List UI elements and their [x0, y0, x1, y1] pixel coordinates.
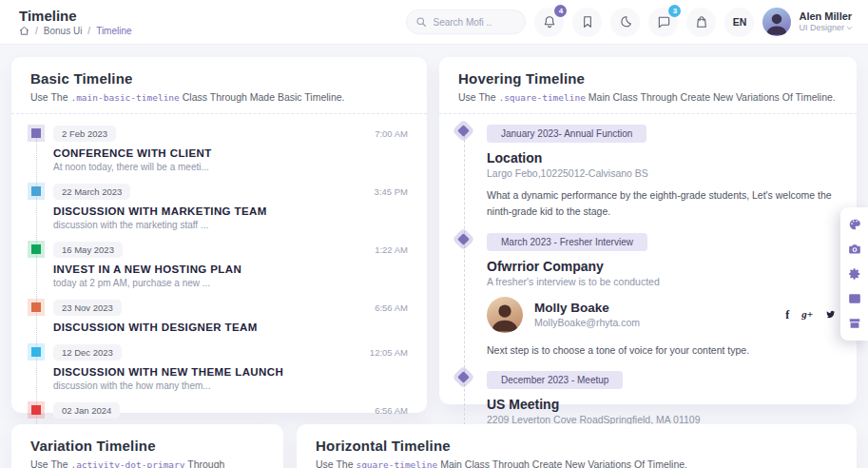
event-time: 7:00 AM: [375, 128, 408, 139]
archive-icon[interactable]: [848, 317, 861, 330]
messages-button[interactable]: 3: [648, 8, 678, 37]
event-title: Ofwrrior Company: [487, 259, 838, 274]
code-snippet: square-timeline: [356, 459, 437, 468]
timeline-item: 2 Feb 20237:00 AM CONFERENCE WITH CLIENT…: [27, 126, 408, 172]
search-input[interactable]: [433, 17, 514, 28]
diamond-marker: [457, 372, 470, 384]
event-description: discussion with the marketing staff ...: [53, 220, 408, 230]
event-title: INVEST IN A NEW HOSTING PLAN: [53, 263, 408, 275]
card-subtitle: Use The .main-basic-timeline Class Throu…: [30, 91, 408, 103]
card-title: Variation Timeline: [30, 438, 264, 454]
person-avatar: [487, 297, 523, 333]
event-note: Next step is to choose a tone of voice f…: [487, 342, 838, 359]
bookmarks-button[interactable]: [572, 8, 602, 37]
widgets-icon[interactable]: [848, 292, 861, 305]
breadcrumb: / Bonus Ui / Timeline: [19, 26, 132, 36]
card-subtitle: Use The .activity-dot-primary Through Ro…: [30, 458, 264, 468]
card-subtitle: Use The .square-timeline Main Class Thro…: [458, 91, 838, 103]
event-title: US Meeting: [487, 397, 838, 412]
date-badge: 16 May 2023: [53, 242, 123, 258]
top-header: Timeline / Bonus Ui / Timeline 4 3: [0, 0, 868, 44]
event-time: 6:56 AM: [375, 302, 408, 313]
palette-icon[interactable]: [848, 218, 861, 231]
event-badge: March 2023 - Fresher Interview: [487, 233, 647, 251]
variation-timeline-card: Variation Timeline Use The .activity-dot…: [11, 424, 283, 468]
card-title: Hovering Timeline: [458, 70, 838, 87]
user-avatar: [762, 8, 791, 36]
date-badge: 02 Jan 2024: [53, 402, 120, 419]
user-role: UI Designer: [799, 23, 844, 33]
event-time: 6:56 AM: [375, 405, 408, 416]
search-box[interactable]: [406, 10, 526, 34]
date-badge: 12 Dec 2023: [53, 344, 122, 361]
event-title: CONFERENCE WITH CLIENT: [53, 147, 408, 159]
chevron-down-icon: [846, 25, 853, 31]
horizontal-timeline-card: Horizontal Timeline Use The square-timel…: [297, 424, 857, 468]
hovering-timeline: January 2023- Annual Function Location L…: [454, 124, 838, 468]
person-row: Molly Boake MollyBoake@rhyta.com f g+: [487, 297, 838, 333]
basic-timeline: 2 Feb 20237:00 AM CONFERENCE WITH CLIENT…: [27, 126, 408, 449]
event-description: today at 2 pm AM, purchase a new ...: [53, 278, 408, 288]
page-title: Timeline: [19, 8, 132, 24]
event-time: 1:22 AM: [375, 244, 408, 255]
card-subtitle: Use The square-timeline Main Class Throu…: [316, 458, 838, 468]
google-plus-icon[interactable]: g+: [801, 309, 813, 320]
twitter-icon[interactable]: [825, 309, 836, 320]
event-title: DISCUSSION WITH NEW THEME LAUNCH: [53, 366, 408, 378]
customizer-toolbar: [840, 207, 868, 341]
facebook-icon[interactable]: f: [785, 309, 789, 321]
code-snippet: .main-basic-timeline: [70, 92, 179, 103]
hovering-timeline-card: Hovering Timeline Use The .square-timeli…: [439, 57, 857, 404]
event-title: DISCUSSION WITH DESIGNER TEAM: [53, 322, 408, 333]
basic-timeline-card: Basic Timeline Use The .main-basic-timel…: [11, 57, 427, 413]
date-badge: 23 Nov 2023: [53, 300, 122, 316]
breadcrumb-separator: /: [87, 26, 90, 36]
event-time: 12:05 AM: [370, 347, 408, 358]
timeline-event[interactable]: January 2023- Annual Function Location L…: [454, 124, 838, 220]
breadcrumb-section[interactable]: Bonus Ui: [44, 26, 83, 36]
diamond-marker: [457, 233, 470, 245]
timeline-item: 12 Dec 202312:05 AM DISCUSSION WITH NEW …: [27, 344, 408, 391]
user-menu[interactable]: Alen Miller UI Designer: [762, 8, 853, 36]
event-title: Location: [487, 150, 838, 166]
event-badge: December 2023 - Meetup: [487, 371, 623, 389]
message-badge: 3: [668, 5, 681, 17]
date-badge: 22 March 2023: [53, 184, 130, 200]
breadcrumb-separator: /: [35, 26, 38, 36]
timeline-marker: [31, 302, 41, 312]
moon-icon: [618, 14, 633, 29]
card-title: Basic Timeline: [30, 70, 408, 87]
gear-icon[interactable]: [848, 267, 861, 281]
event-description: At noon today, there will be a meeti...: [53, 162, 408, 172]
user-name: Alen Miller: [799, 10, 853, 24]
event-time: 3:45 PM: [375, 186, 408, 197]
timeline-marker: [31, 244, 41, 254]
shopping-bag-icon: [694, 14, 709, 29]
home-icon[interactable]: [19, 26, 29, 36]
timeline-marker: [31, 405, 41, 415]
code-snippet: .activity-dot-primary: [70, 459, 184, 468]
social-links: f g+: [785, 309, 838, 321]
event-subtitle: Largo Febo,10225012-Calvisano BS: [487, 167, 838, 179]
event-badge: January 2023- Annual Function: [487, 125, 646, 143]
cart-button[interactable]: [686, 8, 716, 37]
event-subtitle: A fresher's interview is to be conducted: [487, 276, 838, 287]
notification-badge: 4: [554, 5, 567, 17]
camera-icon[interactable]: [848, 243, 861, 256]
code-snippet: .square-timeline: [498, 92, 586, 103]
language-selector[interactable]: EN: [724, 8, 754, 37]
bookmark-icon: [580, 14, 595, 29]
event-title: DISCUSSION WITH MARKETING TEAM: [53, 205, 408, 217]
timeline-marker: [31, 186, 41, 196]
timeline-item: 22 March 20233:45 PM DISCUSSION WITH MAR…: [27, 184, 408, 230]
person-email: MollyBoake@rhyta.com: [534, 317, 640, 328]
date-badge: 2 Feb 2023: [53, 126, 116, 142]
timeline-marker: [31, 128, 41, 138]
event-text: What a dynamic performance by the eighth…: [487, 187, 838, 220]
person-name: Molly Boake: [534, 301, 640, 315]
breadcrumb-current: Timeline: [96, 26, 131, 36]
dark-mode-button[interactable]: [610, 8, 640, 37]
timeline-event[interactable]: March 2023 - Fresher Interview Ofwrrior …: [454, 232, 838, 359]
event-description: discussion with the how many them...: [53, 380, 408, 391]
notifications-button[interactable]: 4: [534, 8, 564, 37]
